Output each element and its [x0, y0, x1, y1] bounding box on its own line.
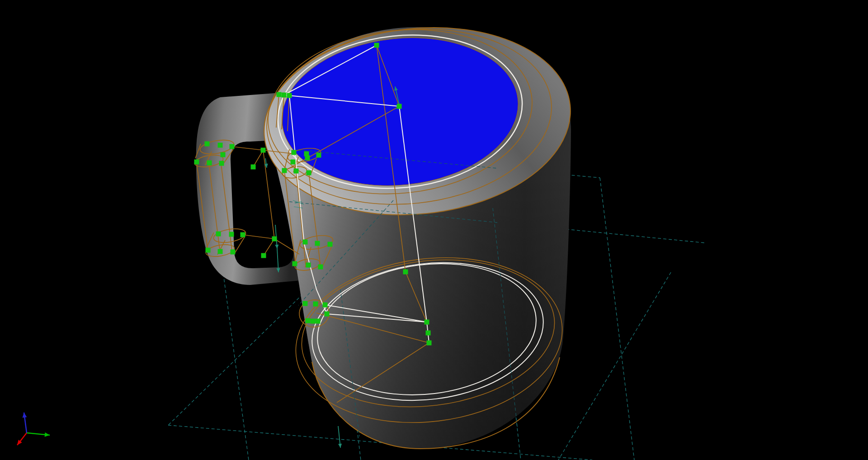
sketch-vertex[interactable]	[307, 171, 311, 175]
sketch-vertex[interactable]	[207, 161, 212, 166]
sketch-vertex[interactable]	[219, 161, 224, 166]
sketch-vertex[interactable]	[277, 92, 282, 97]
sketch-vertex[interactable]	[374, 43, 379, 48]
sketch-vertex[interactable]	[282, 168, 287, 173]
sketch-vertex[interactable]	[216, 232, 221, 237]
sketch-vertex[interactable]	[328, 242, 333, 247]
sketch-vertex[interactable]	[221, 152, 226, 157]
sketch-vertex[interactable]	[426, 331, 431, 336]
sketch-vertex[interactable]	[303, 240, 308, 245]
sketch-vertex[interactable]	[272, 237, 277, 242]
sketch-vertex[interactable]	[218, 249, 223, 254]
sketch-vertex[interactable]	[325, 312, 330, 317]
sketch-vertex[interactable]	[282, 93, 287, 98]
sketch-vertex[interactable]	[427, 341, 432, 346]
sketch-vertex[interactable]	[315, 241, 320, 246]
sketch-vertex[interactable]	[397, 104, 402, 109]
sketch-vertex[interactable]	[311, 319, 316, 324]
sketch-vertex[interactable]	[316, 153, 321, 158]
sketch-vertex[interactable]	[218, 143, 223, 148]
sketch-vertex[interactable]	[403, 270, 408, 275]
viewport-3d[interactable]	[0, 0, 868, 460]
sketch-vertex[interactable]	[261, 148, 266, 153]
sketch-vertex[interactable]	[229, 232, 234, 237]
sketch-vertex[interactable]	[306, 263, 311, 268]
sketch-vertex[interactable]	[323, 303, 328, 308]
sketch-vertex[interactable]	[425, 320, 429, 325]
sketch-vertex[interactable]	[205, 142, 210, 147]
sketch-vertex[interactable]	[291, 160, 296, 165]
sketch-vertex[interactable]	[292, 150, 297, 155]
sketch-vertex[interactable]	[306, 318, 311, 323]
sketch-vertex[interactable]	[261, 253, 266, 258]
sketch-vertex[interactable]	[305, 156, 310, 161]
sketch-vertex[interactable]	[294, 169, 299, 174]
sketch-vertex[interactable]	[251, 165, 256, 170]
sketch-vertex[interactable]	[303, 301, 308, 306]
sketch-vertex[interactable]	[241, 232, 245, 237]
sketch-vertex[interactable]	[287, 93, 292, 98]
sketch-vertex[interactable]	[316, 319, 321, 324]
sketch-vertex[interactable]	[194, 160, 199, 165]
sketch-vertex[interactable]	[206, 248, 211, 253]
sketch-vertex[interactable]	[313, 302, 318, 307]
sketch-vertex[interactable]	[292, 261, 297, 266]
sketch-vertex[interactable]	[318, 265, 323, 270]
scene-canvas[interactable]	[0, 0, 868, 460]
sketch-vertex[interactable]	[231, 250, 236, 255]
sketch-vertex[interactable]	[230, 144, 235, 149]
